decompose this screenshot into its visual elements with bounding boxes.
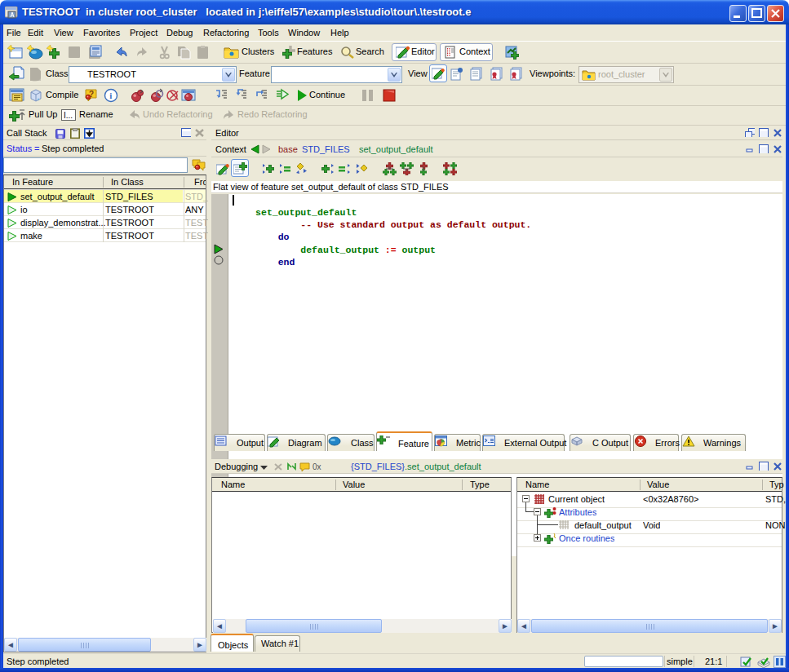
svg-text:i: i bbox=[109, 91, 112, 100]
svg-text:I...: I... bbox=[64, 111, 73, 120]
